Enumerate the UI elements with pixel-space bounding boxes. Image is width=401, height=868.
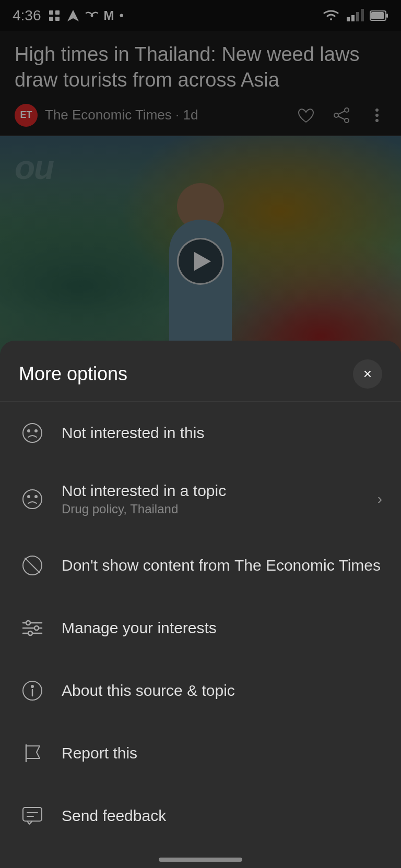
menu-item-content-dont-show: Don't show content from The Economic Tim…: [62, 557, 382, 574]
menu-item-content-not-interested-topic: Not interested in a topic Drug policy, T…: [62, 482, 362, 516]
info-icon: [19, 677, 46, 704]
menu-item-label-not-interested: Not interested in this: [62, 424, 382, 442]
menu-item-label-report: Report this: [62, 744, 382, 762]
menu-item-not-interested[interactable]: Not interested in this: [0, 402, 401, 464]
svg-line-30: [25, 558, 40, 573]
bottom-sheet-title: More options: [19, 363, 127, 385]
svg-point-28: [35, 496, 37, 498]
chevron-right-icon: ›: [378, 491, 382, 508]
menu-item-sublabel-not-interested-topic: Drug policy, Thailand: [62, 502, 362, 516]
menu-item-content-about: About this source & topic: [62, 682, 382, 700]
block-icon: [19, 552, 46, 579]
menu-item-label-about: About this source & topic: [62, 682, 382, 700]
home-bar: [159, 858, 242, 862]
flag-icon: [19, 740, 46, 767]
svg-point-24: [28, 430, 30, 432]
menu-item-dont-show[interactable]: Don't show content from The Economic Tim…: [0, 534, 401, 597]
svg-point-34: [26, 621, 30, 625]
sad-face-icon: [19, 419, 46, 447]
svg-point-25: [35, 430, 37, 432]
menu-item-label-dont-show: Don't show content from The Economic Tim…: [62, 557, 382, 574]
svg-rect-41: [23, 807, 42, 821]
svg-point-26: [23, 490, 42, 509]
menu-item-content-report: Report this: [62, 744, 382, 762]
menu-item-about[interactable]: About this source & topic: [0, 659, 401, 722]
svg-point-35: [34, 626, 39, 630]
menu-item-label-manage-interests: Manage your interests: [62, 619, 382, 637]
close-button[interactable]: ×: [353, 359, 382, 389]
menu-item-content-feedback: Send feedback: [62, 807, 382, 825]
feedback-icon: [19, 802, 46, 829]
menu-item-report[interactable]: Report this: [0, 722, 401, 785]
bottom-sheet: More options × Not interested in this: [0, 341, 401, 868]
svg-point-39: [31, 685, 33, 688]
menu-item-not-interested-topic[interactable]: Not interested in a topic Drug policy, T…: [0, 464, 401, 534]
menu-item-label-feedback: Send feedback: [62, 807, 382, 825]
menu-item-content-not-interested: Not interested in this: [62, 424, 382, 442]
sad-face-2-icon: [19, 486, 46, 513]
sliders-icon: [19, 614, 46, 642]
menu-item-label-not-interested-topic: Not interested in a topic: [62, 482, 362, 500]
svg-point-36: [28, 631, 32, 635]
svg-point-27: [28, 496, 30, 498]
menu-item-feedback[interactable]: Send feedback: [0, 785, 401, 847]
bottom-sheet-header: More options ×: [0, 341, 401, 402]
menu-item-content-manage-interests: Manage your interests: [62, 619, 382, 637]
svg-point-23: [23, 424, 42, 442]
menu-item-manage-interests[interactable]: Manage your interests: [0, 597, 401, 659]
